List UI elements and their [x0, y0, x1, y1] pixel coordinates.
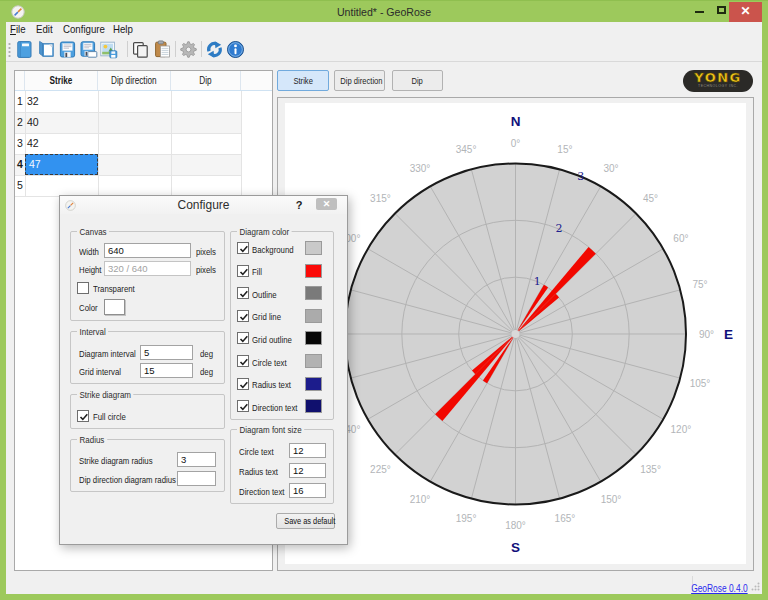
circle-text-label: Circle text [252, 357, 287, 369]
width-input[interactable]: 640 [104, 243, 191, 258]
fill-checkbox[interactable] [237, 265, 249, 277]
dialog-close-button[interactable]: ✕ [316, 198, 337, 210]
menu-edit[interactable]: Edit [36, 22, 53, 38]
strike-diagram-group-title: Strike diagram [77, 389, 133, 400]
close-button[interactable]: ✕ [729, 2, 762, 22]
export-image-icon[interactable] [99, 40, 118, 59]
toolbar-separator [127, 41, 128, 57]
row-header-2[interactable]: 2 [15, 112, 25, 133]
radius-text-size-input[interactable]: 12 [289, 463, 326, 478]
grid-outline-color-swatch[interactable] [305, 331, 322, 345]
settings-gear-icon[interactable] [179, 40, 198, 59]
interval-group-title: Interval [77, 326, 108, 337]
menu-file[interactable]: File [10, 22, 26, 38]
copy-icon[interactable] [131, 40, 150, 59]
canvas-color-swatch[interactable] [104, 299, 125, 315]
tab-dip-direction[interactable]: Dip direction [334, 70, 385, 91]
dialog-title-bar: Configure ? ✕ [60, 196, 347, 214]
grid-line-color-swatch[interactable] [305, 309, 322, 323]
georose-version-link[interactable]: GeoRose 0.4.0 [691, 582, 748, 594]
direction-text-checkbox[interactable] [237, 400, 249, 412]
minimize-icon [695, 11, 704, 13]
rose-angle-label: 75° [692, 279, 707, 290]
circle-text-checkbox[interactable] [237, 355, 249, 367]
row-header-4[interactable]: 4 [15, 154, 25, 175]
grid-line-label: Grid line [252, 311, 281, 323]
direction-text-color-swatch[interactable] [305, 399, 322, 413]
tab-label: Strike [293, 71, 312, 90]
circle-text-size-input[interactable]: 12 [289, 443, 326, 458]
tab-label: Dip direction [340, 71, 382, 90]
canvas-group-title: Canvas [77, 226, 109, 237]
save-button-label: Save as default [284, 514, 335, 528]
resize-grip[interactable] [751, 582, 760, 591]
row-header-5[interactable]: 5 [15, 175, 25, 196]
outline-color-swatch[interactable] [305, 286, 322, 300]
tab-label: Dip [412, 71, 423, 90]
tab-strike[interactable]: Strike [277, 70, 329, 91]
table-grid-line [98, 91, 99, 196]
direction-text-size-input[interactable]: 16 [289, 483, 326, 498]
rose-center-dot [512, 330, 520, 338]
selected-cell[interactable]: 47 [25, 154, 98, 175]
dialog-help-button[interactable]: ? [292, 197, 306, 213]
new-notebook-icon[interactable] [15, 40, 34, 59]
background-checkbox[interactable] [237, 242, 249, 254]
refresh-icon[interactable] [205, 40, 224, 59]
circle-text-color-swatch[interactable] [305, 354, 322, 368]
table-corner-header[interactable] [15, 71, 25, 90]
strike-radius-input[interactable]: 3 [177, 452, 216, 467]
diagram-interval-unit: deg [200, 348, 213, 360]
info-icon[interactable] [226, 40, 245, 59]
paste-icon[interactable] [153, 40, 172, 59]
table-cell[interactable]: 40 [27, 112, 87, 133]
transparent-checkbox[interactable] [77, 282, 89, 294]
diagram-interval-input[interactable]: 5 [140, 345, 193, 360]
table-grid-line [15, 112, 241, 113]
diagram-color-group-title: Diagram color [237, 226, 292, 237]
background-label: Background [252, 244, 294, 256]
yong-logo-subtext: TECHNOLOGY INC. [683, 84, 753, 88]
column-header-dip-direction[interactable]: Dip direction [98, 71, 171, 90]
background-color-swatch[interactable] [305, 241, 322, 255]
toolbar-separator [175, 41, 176, 57]
grid-line-checkbox[interactable] [237, 310, 249, 322]
transparent-label: Transparent [93, 283, 135, 295]
new-page-icon[interactable] [37, 40, 56, 59]
save-as-icon[interactable] [79, 40, 98, 59]
row-header-3[interactable]: 3 [15, 133, 25, 154]
row-header-1[interactable]: 1 [15, 91, 25, 112]
outline-checkbox[interactable] [237, 287, 249, 299]
column-header-label: Strike [50, 71, 73, 90]
menu-configure[interactable]: Configure [63, 22, 105, 38]
width-unit-label: pixels [196, 246, 216, 258]
rose-radius-label: 2 [555, 222, 562, 235]
window-title: Untitled* - GeoRose [31, 1, 738, 23]
fill-color-swatch[interactable] [305, 264, 322, 278]
toolbar-handle[interactable] [8, 42, 11, 58]
column-header-dip[interactable]: Dip [171, 71, 241, 90]
full-circle-label: Full circle [93, 411, 126, 423]
save-icon[interactable] [58, 40, 77, 59]
rose-angle-label: 90° [699, 329, 714, 340]
table-cell[interactable]: 32 [27, 91, 87, 112]
grid-interval-label: Grid interval [79, 366, 121, 378]
menu-help[interactable]: Help [113, 22, 133, 38]
rose-angle-label: 60° [673, 233, 688, 244]
grid-outline-checkbox[interactable] [237, 332, 249, 344]
radius-text-checkbox[interactable] [237, 378, 249, 390]
full-circle-checkbox[interactable] [77, 410, 89, 422]
height-input[interactable]: 320 / 640 [104, 261, 191, 276]
status-bar: GeoRose 0.4.0 [6, 573, 762, 594]
minimize-button[interactable] [692, 1, 714, 23]
diagram-canvas: 0°15°30°45°60°75°90°105°120°135°150°165°… [285, 103, 746, 564]
save-as-default-button[interactable]: Save as default [276, 513, 335, 529]
rose-angle-label: 210° [410, 494, 431, 505]
table-cell[interactable]: 42 [27, 133, 87, 154]
column-header-strike[interactable]: Strike [25, 71, 98, 90]
radius-text-color-swatch[interactable] [305, 377, 322, 391]
dip-direction-radius-input[interactable] [177, 471, 216, 486]
height-label: Height [79, 264, 102, 276]
grid-interval-input[interactable]: 15 [140, 363, 193, 378]
tab-dip[interactable]: Dip [392, 70, 443, 91]
